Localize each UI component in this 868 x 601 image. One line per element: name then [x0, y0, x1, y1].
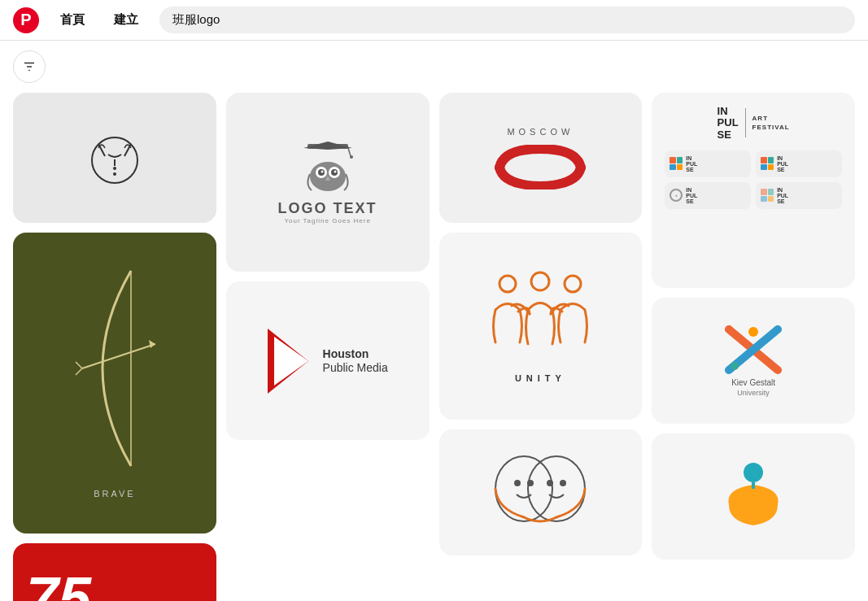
search-input[interactable] — [172, 13, 842, 27]
moscow-text: MOSCOW — [507, 127, 574, 137]
unity-label: UNITY — [515, 373, 566, 383]
svg-marker-23 — [274, 337, 308, 385]
houston-name: Houston — [323, 347, 388, 361]
svg-point-6 — [113, 172, 116, 176]
filter-icon — [22, 59, 37, 74]
svg-point-37 — [744, 463, 763, 482]
cat-logo-svg — [82, 124, 147, 189]
search-bar[interactable] — [159, 7, 855, 33]
national-number: 75 — [26, 573, 91, 601]
column-2: LOGO TEXT Your Tagline Goes Here Houston… — [226, 93, 430, 601]
brave-label: BRAVE — [94, 489, 135, 499]
column-1: BRAVE 75 National Since 1942 75 — [13, 93, 216, 601]
houston-sub: Public Media — [323, 361, 388, 374]
column-3: MOSCOW — [439, 93, 643, 601]
svg-point-13 — [350, 155, 353, 159]
pin-circle-people[interactable] — [652, 433, 855, 560]
svg-point-24 — [499, 276, 516, 292]
circle-people-svg — [713, 456, 794, 538]
pin-brave[interactable]: BRAVE — [13, 233, 216, 533]
pin-national[interactable]: 75 National Since 1942 75 — [13, 543, 216, 601]
svg-line-12 — [348, 148, 351, 156]
gestalt-x-svg — [725, 325, 782, 374]
moscow-bracelet-svg — [491, 145, 589, 189]
brave-bow-svg — [50, 255, 180, 482]
pin-cat-logo[interactable] — [13, 93, 216, 223]
pin-grid: BRAVE 75 National Since 1942 75 — [0, 93, 868, 601]
houston-chevron-svg — [268, 329, 316, 394]
svg-point-20 — [334, 171, 336, 173]
svg-line-8 — [82, 344, 155, 368]
pinterest-logo[interactable]: P — [13, 7, 39, 33]
svg-point-30 — [527, 480, 534, 486]
pin-houston[interactable]: Houston Public Media — [226, 281, 430, 440]
header: P 首頁 建立 — [0, 0, 868, 41]
column-4: INPULSE ARTFESTIVAL I — [652, 93, 855, 601]
pinterest-logo-text: P — [20, 11, 31, 29]
pin-impulse[interactable]: INPULSE ARTFESTIVAL I — [652, 93, 855, 288]
gestalt-sub: University — [737, 389, 770, 397]
svg-point-28 — [528, 456, 585, 521]
svg-point-25 — [531, 272, 549, 290]
svg-marker-9 — [149, 340, 155, 348]
pin-unity[interactable]: UNITY — [439, 233, 643, 420]
pin-moscow[interactable]: MOSCOW — [439, 93, 643, 223]
svg-point-19 — [321, 171, 323, 173]
logo-text-main: LOGO TEXT — [278, 200, 377, 217]
svg-point-27 — [495, 456, 552, 521]
pin-sketch[interactable] — [439, 429, 643, 555]
svg-point-32 — [560, 480, 566, 486]
svg-point-36 — [731, 362, 739, 370]
svg-point-5 — [113, 167, 116, 170]
pin-gestalt[interactable]: Kiev Gestalt University — [652, 298, 855, 424]
svg-point-35 — [748, 327, 758, 337]
unity-svg — [483, 269, 597, 367]
svg-point-26 — [565, 276, 581, 292]
gestalt-name: Kiev Gestalt — [731, 377, 775, 389]
filter-button[interactable] — [13, 50, 46, 83]
nav-create[interactable]: 建立 — [106, 7, 146, 33]
owl-svg — [287, 140, 369, 197]
svg-point-29 — [514, 480, 521, 486]
nav-home[interactable]: 首頁 — [52, 7, 93, 33]
pin-logo-text-owl[interactable]: LOGO TEXT Your Tagline Goes Here — [226, 93, 430, 272]
logo-text-tagline: Your Tagline Goes Here — [284, 217, 371, 224]
filter-bar — [0, 41, 868, 93]
svg-point-31 — [547, 480, 553, 486]
sketch-svg — [487, 444, 593, 542]
